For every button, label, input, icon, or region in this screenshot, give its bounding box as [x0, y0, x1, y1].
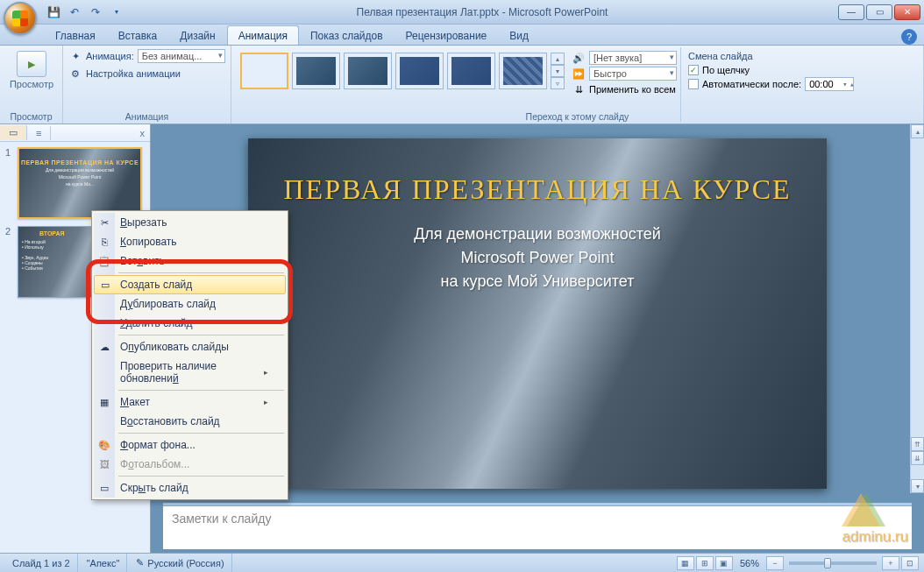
slides-tab-icon[interactable]: ▭: [0, 125, 27, 140]
watermark-triangle: [842, 493, 880, 526]
ctx-paste[interactable]: 📋Вставить: [94, 251, 286, 271]
auto-after-checkbox[interactable]: [688, 79, 699, 89]
help-icon[interactable]: ?: [901, 29, 917, 45]
thumb-sub: Microsoft Power Point: [19, 173, 140, 180]
custom-anim-icon: ⚙: [68, 67, 82, 81]
auto-time-input[interactable]: 00:00: [805, 77, 854, 91]
quick-access-toolbar: 💾 ↶ ↷ ▾: [44, 4, 126, 21]
ctx-format-bg[interactable]: 🎨Формат фона...: [94, 435, 286, 455]
transition-item[interactable]: [499, 53, 547, 89]
ctx-new-slide[interactable]: ▭Создать слайд: [94, 275, 286, 294]
sound-icon: 🔊: [572, 51, 586, 65]
qat-dropdown-icon[interactable]: ▾: [107, 4, 126, 21]
animate-dropdown[interactable]: Без анимац...: [138, 49, 225, 63]
custom-animation-button[interactable]: ⚙ Настройка анимации: [68, 65, 225, 82]
scroll-down-icon[interactable]: ▾: [911, 479, 924, 493]
ctx-duplicate[interactable]: Дублировать слайд: [94, 294, 286, 314]
notes-pane[interactable]: Заметки к слайду: [163, 505, 912, 549]
vertical-scrollbar[interactable]: ▴ ⇈⇊ ▾: [910, 124, 924, 493]
transition-item[interactable]: [395, 53, 444, 89]
format-bg-icon: 🎨: [97, 438, 111, 452]
zoom-percent[interactable]: 56%: [740, 558, 759, 568]
slide-text-3[interactable]: на курсе Мой Университет: [274, 272, 800, 291]
group-transition-label: Переход к этому слайду: [231, 111, 923, 122]
view-slideshow-icon[interactable]: ▣: [715, 556, 733, 570]
ctx-publish[interactable]: ☁Опубликовать слайды: [94, 337, 286, 357]
view-normal-icon[interactable]: ▦: [677, 556, 694, 570]
ribbon-tabs: Главная Вставка Дизайн Анимация Показ сл…: [0, 25, 924, 46]
slide-text-2[interactable]: Microsoft Power Point: [274, 249, 800, 267]
speed-icon: ⏩: [572, 67, 586, 81]
save-icon[interactable]: 💾: [44, 4, 63, 21]
speed-dropdown[interactable]: Быстро: [589, 67, 677, 81]
preview-button[interactable]: ▶ Просмотр: [5, 47, 58, 89]
ctx-check-updates[interactable]: Проверить наличие обновлений▸: [94, 357, 286, 388]
transition-none[interactable]: [240, 53, 288, 89]
lang-icon: ✎: [136, 557, 144, 568]
on-click-checkbox[interactable]: ✓: [688, 65, 699, 75]
ctx-cut[interactable]: ✂Вырезать: [94, 213, 286, 232]
layout-icon: ▦: [97, 395, 111, 409]
ctx-copy[interactable]: ⎘Копировать: [94, 232, 286, 251]
status-theme: "Апекс": [80, 554, 128, 572]
tab-slideshow[interactable]: Показ слайдов: [299, 25, 394, 45]
slide-thumbnail-1[interactable]: ПЕРВАЯ ПРЕЗЕНТАЦИЯ НА КУРСЕ Для демонстр…: [18, 147, 142, 219]
transition-item[interactable]: [344, 53, 392, 89]
tab-insert[interactable]: Вставка: [107, 25, 169, 45]
custom-anim-label: Настройка анимации: [86, 68, 181, 79]
gallery-down-icon[interactable]: ▾: [551, 65, 565, 77]
thumb-sub: на курсе Мо...: [19, 180, 140, 187]
preview-icon: ▶: [17, 51, 46, 77]
slide-canvas[interactable]: ПЕРВАЯ ПРЕЗЕНТАЦИЯ НА КУРСЕ Для демонстр…: [248, 138, 827, 489]
slide-title[interactable]: ПЕРВАЯ ПРЕЗЕНТАЦИЯ НА КУРСЕ: [274, 173, 800, 206]
scroll-up-icon[interactable]: ▴: [911, 124, 924, 138]
paste-icon: 📋: [97, 254, 111, 268]
maximize-button[interactable]: ▭: [866, 4, 892, 20]
apply-all-icon: ⇊: [572, 82, 586, 96]
title-bar: 💾 ↶ ↷ ▾ Пелвая презентация Лат.pptx - Mi…: [0, 0, 924, 25]
transition-item[interactable]: [292, 53, 340, 89]
ctx-reset[interactable]: Восстановить слайд: [94, 412, 286, 431]
apply-all-button[interactable]: ⇊Применить ко всем: [572, 82, 677, 96]
tab-design[interactable]: Дизайн: [168, 25, 226, 45]
view-sorter-icon[interactable]: ⊞: [696, 556, 714, 570]
tab-animation[interactable]: Анимация: [227, 25, 299, 45]
redo-icon[interactable]: ↷: [86, 4, 105, 21]
next-slide-icon[interactable]: ⇊: [911, 451, 924, 465]
ctx-layout[interactable]: ▦Макет▸: [94, 392, 286, 412]
panel-close-icon[interactable]: x: [135, 128, 151, 138]
minimize-button[interactable]: —: [838, 4, 864, 20]
office-button[interactable]: [4, 2, 37, 35]
thumb-number: 2: [5, 226, 14, 298]
cut-icon: ✂: [97, 215, 111, 230]
group-preview-label: Просмотр: [0, 111, 62, 122]
fit-window-icon[interactable]: ⊡: [901, 556, 919, 570]
apply-all-label: Применить ко всем: [589, 84, 676, 95]
zoom-out-icon[interactable]: −: [766, 556, 784, 570]
status-language[interactable]: ✎Русский (Россия): [129, 554, 231, 572]
tab-home[interactable]: Главная: [44, 25, 107, 45]
tab-view[interactable]: Вид: [498, 25, 540, 45]
thumb-bullets: • На второй• Использу• Звук, Аудио• Созд…: [22, 239, 48, 271]
close-button[interactable]: ✕: [894, 4, 920, 20]
gallery-up-icon[interactable]: ▴: [551, 53, 565, 65]
zoom-slider[interactable]: [789, 561, 877, 565]
watermark-text: adminu.ru: [842, 528, 908, 546]
transition-item[interactable]: [447, 53, 495, 89]
window-title: Пелвая презентация Лат.pptx - Microsoft …: [126, 6, 838, 18]
sound-dropdown[interactable]: [Нет звука]: [589, 51, 677, 65]
undo-icon[interactable]: ↶: [65, 4, 84, 21]
tab-review[interactable]: Рецензирование: [394, 25, 499, 45]
zoom-in-icon[interactable]: +: [882, 556, 899, 570]
slide-text-1[interactable]: Для демонстрации возможностей: [274, 225, 800, 244]
ctx-hide[interactable]: ▭Скрыть слайд: [94, 478, 286, 498]
gallery-more-icon[interactable]: ▿: [551, 77, 565, 89]
prev-slide-icon[interactable]: ⇈: [911, 437, 924, 451]
outline-tab-icon[interactable]: ≡: [27, 126, 51, 140]
thumb-sub: Для демонстрации возможностей: [19, 166, 140, 173]
status-slide-count: Слайд 1 из 2: [5, 554, 78, 572]
advance-title: Смена слайда: [688, 51, 854, 61]
thumb-title: ПЕРВАЯ ПРЕЗЕНТАЦИЯ НА КУРСЕ: [19, 149, 140, 166]
ctx-delete[interactable]: Удалить слайд: [94, 314, 286, 333]
status-bar: Слайд 1 из 2 "Апекс" ✎Русский (Россия) ▦…: [0, 553, 924, 572]
